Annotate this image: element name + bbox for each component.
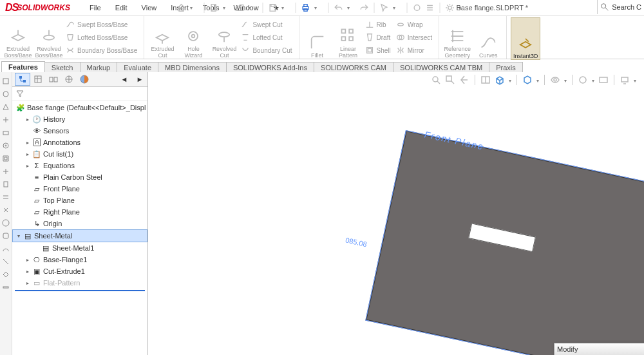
tab-features[interactable]: Features bbox=[1, 61, 45, 73]
expand-icon[interactable]: ▸ bbox=[25, 151, 30, 157]
expand-icon[interactable]: ▸ bbox=[25, 269, 30, 274]
settings-gear-icon[interactable] bbox=[446, 3, 455, 12]
tree-item-flat-pattern[interactable]: ▸▭Flat-Pattern bbox=[12, 277, 147, 289]
view-orient-dropdown[interactable] bbox=[509, 76, 511, 84]
print-dropdown[interactable] bbox=[314, 3, 323, 12]
new-dropdown[interactable] bbox=[223, 3, 232, 12]
rollback-bar[interactable] bbox=[15, 290, 145, 291]
tree-item-sensors[interactable]: 👁Sensors bbox=[12, 125, 147, 137]
tab-sketch[interactable]: Sketch bbox=[44, 62, 80, 73]
strip-icon[interactable] bbox=[2, 155, 10, 162]
tab-solidworks-addins[interactable]: SOLIDWORKS Add-Ins bbox=[226, 62, 314, 73]
tab-solidworks-cam-tbm[interactable]: SOLIDWORKS CAM TBM bbox=[393, 62, 489, 73]
strip-icon[interactable] bbox=[2, 103, 10, 111]
select-dropdown[interactable] bbox=[393, 3, 402, 12]
modify-dialog-title[interactable]: Modify bbox=[554, 343, 644, 355]
fm-tab-property-icon[interactable] bbox=[30, 73, 46, 86]
tab-mbd-dimensions[interactable]: MBD Dimensions bbox=[158, 62, 227, 73]
tree-item-history[interactable]: ▸🕑History bbox=[12, 113, 147, 125]
search-box[interactable]: Search C bbox=[597, 0, 644, 14]
tree-item-cutlist[interactable]: ▸📋Cut list(1) bbox=[12, 148, 147, 160]
extruded-cut-button[interactable]: Extruded Cut bbox=[148, 17, 176, 59]
tree-item-right-plane[interactable]: ▱Right Plane bbox=[12, 206, 147, 218]
strip-icon[interactable] bbox=[2, 219, 10, 227]
draft-button[interactable]: Draft bbox=[365, 32, 393, 43]
home-dropdown[interactable] bbox=[190, 3, 199, 12]
strip-icon[interactable] bbox=[2, 180, 10, 188]
hide-show-dropdown[interactable] bbox=[564, 76, 567, 84]
undo-dropdown[interactable] bbox=[347, 3, 356, 12]
menu-view[interactable]: View bbox=[135, 3, 164, 14]
tree-item-sheet-metal[interactable]: ▾▤Sheet-Metal bbox=[12, 229, 147, 242]
mirror-button[interactable]: Mirror bbox=[396, 44, 435, 56]
tab-markup[interactable]: Markup bbox=[80, 62, 118, 73]
strip-icon[interactable] bbox=[2, 193, 10, 201]
tree-item-material[interactable]: ≡Plain Carbon Steel bbox=[12, 171, 147, 183]
revolved-cut-button[interactable]: Revolved Cut bbox=[210, 17, 238, 59]
dimension-label[interactable]: 085.08 bbox=[345, 236, 367, 248]
fm-tab-dim-icon[interactable] bbox=[61, 73, 77, 86]
boundary-boss-button[interactable]: Boundary Boss/Base bbox=[66, 44, 140, 56]
feature-tree-filter[interactable] bbox=[12, 87, 147, 101]
shell-button[interactable]: Shell bbox=[365, 44, 393, 56]
previous-view-icon[interactable] bbox=[459, 75, 469, 85]
undo-icon[interactable] bbox=[334, 3, 343, 12]
fm-tab-nav-left-icon[interactable]: ◄ bbox=[117, 73, 132, 86]
display-style-icon[interactable] bbox=[522, 75, 533, 85]
strip-icon[interactable] bbox=[2, 232, 10, 240]
reference-geometry-button[interactable]: Reference Geometry bbox=[443, 17, 471, 59]
zoom-area-icon[interactable] bbox=[445, 75, 455, 85]
model-view[interactable]: Front Plane 085.08 bbox=[366, 130, 644, 355]
select-icon[interactable] bbox=[380, 3, 389, 12]
fm-tab-tree-icon[interactable] bbox=[15, 73, 30, 86]
rebuild-icon[interactable] bbox=[413, 3, 422, 12]
linear-pattern-button[interactable]: Linear Pattern bbox=[334, 17, 363, 59]
tab-solidworks-cam[interactable]: SOLIDWORKS CAM bbox=[314, 62, 393, 73]
swept-cut-button[interactable]: Swept Cut bbox=[241, 19, 294, 30]
appearance-dropdown[interactable] bbox=[592, 76, 594, 84]
apply-scene-icon[interactable] bbox=[598, 75, 609, 85]
lofted-boss-button[interactable]: Lofted Boss/Base bbox=[66, 32, 140, 43]
fm-tab-config-icon[interactable] bbox=[46, 73, 61, 86]
print-icon[interactable] bbox=[301, 3, 310, 12]
options-list-icon[interactable] bbox=[426, 3, 435, 12]
save-dropdown[interactable] bbox=[281, 3, 290, 12]
swept-boss-button[interactable]: Swept Boss/Base bbox=[66, 19, 140, 30]
tree-item-equations[interactable]: ▸ΣEquations bbox=[12, 160, 147, 171]
tree-item-cut-extrude1[interactable]: ▸▣Cut-Extrude1 bbox=[12, 265, 147, 277]
instant3d-button[interactable]: Instant3D bbox=[511, 17, 540, 60]
wrap-button[interactable]: Wrap bbox=[396, 19, 435, 30]
modify-dialog[interactable]: Modify ✔ ✖ 8 ±1 ↕ ⟲ 1.45mm ▲▼ bbox=[554, 343, 644, 355]
strip-icon[interactable] bbox=[2, 206, 10, 214]
fm-tab-appearance-icon[interactable] bbox=[77, 73, 92, 86]
new-icon[interactable] bbox=[210, 3, 219, 12]
hide-show-icon[interactable] bbox=[550, 75, 560, 85]
extruded-boss-button[interactable]: Extruded Boss/Base bbox=[4, 17, 32, 59]
strip-icon[interactable] bbox=[2, 271, 10, 278]
strip-icon[interactable] bbox=[2, 245, 10, 253]
open-icon[interactable] bbox=[236, 3, 245, 12]
expand-icon[interactable]: ▸ bbox=[25, 163, 30, 168]
display-style-dropdown[interactable] bbox=[536, 76, 539, 84]
expand-icon[interactable]: ▸ bbox=[25, 280, 30, 285]
intersect-button[interactable]: Intersect bbox=[396, 32, 435, 43]
hole-wizard-button[interactable]: Hole Wizard bbox=[179, 17, 207, 59]
curves-button[interactable]: Curves bbox=[474, 17, 502, 59]
tab-praxis[interactable]: Praxis bbox=[489, 62, 523, 73]
boundary-cut-button[interactable]: Boundary Cut bbox=[241, 44, 294, 56]
revolved-boss-button[interactable]: Revolved Boss/Base bbox=[35, 17, 63, 59]
fillet-button[interactable]: Fillet bbox=[303, 17, 332, 59]
feature-tree[interactable]: 🧩 Base flange (Default<<Default>_Displ ▸… bbox=[12, 101, 147, 355]
strip-icon[interactable] bbox=[2, 258, 10, 265]
section-view-icon[interactable] bbox=[480, 75, 491, 85]
expand-icon[interactable]: ▾ bbox=[16, 233, 21, 238]
view-orientation-icon[interactable] bbox=[495, 75, 505, 85]
strip-icon[interactable] bbox=[2, 129, 10, 137]
strip-icon[interactable] bbox=[2, 283, 10, 291]
zoom-fit-icon[interactable] bbox=[431, 75, 441, 85]
menu-edit[interactable]: Edit bbox=[109, 3, 134, 14]
tree-item-top-plane[interactable]: ▱Top Plane bbox=[12, 195, 147, 206]
open-dropdown[interactable] bbox=[249, 3, 258, 12]
tree-item-front-plane[interactable]: ▱Front Plane bbox=[12, 183, 147, 195]
expand-icon[interactable]: ▸ bbox=[25, 257, 30, 262]
